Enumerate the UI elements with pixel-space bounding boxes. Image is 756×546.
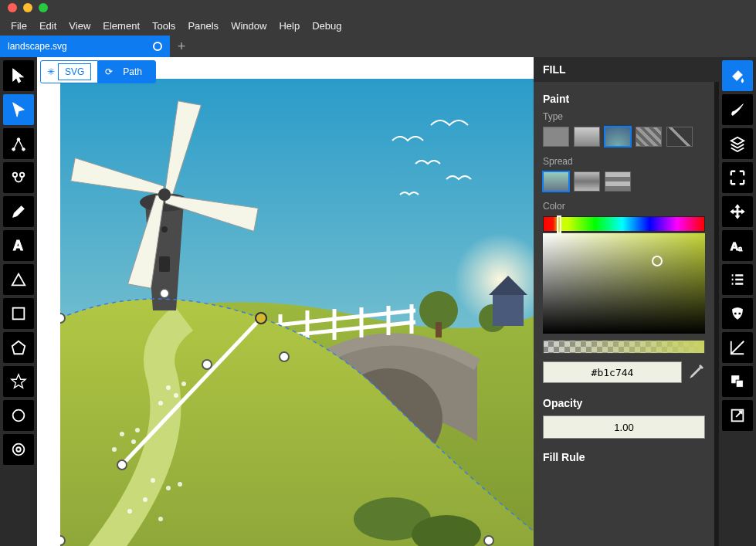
hue-marker[interactable] (557, 215, 561, 234)
svg-rect-33 (159, 256, 170, 272)
select-tool[interactable] (3, 60, 34, 91)
svg-point-4 (20, 173, 25, 178)
shapes-tool[interactable] (722, 366, 753, 397)
pencil-tool[interactable] (3, 196, 34, 227)
svg-point-40 (256, 313, 266, 324)
paint-section-label: Paint (543, 93, 705, 105)
triangle-tool[interactable] (3, 264, 34, 295)
move-tool[interactable] (722, 196, 753, 227)
svg-point-7 (13, 410, 25, 422)
menu-edit[interactable]: Edit (33, 17, 63, 35)
target-tool[interactable] (3, 434, 34, 465)
eyedropper-icon[interactable] (687, 363, 705, 382)
svg-point-29 (178, 482, 182, 487)
export-tool[interactable] (722, 400, 753, 431)
hue-slider[interactable] (543, 216, 705, 232)
svg-point-39 (202, 360, 212, 369)
minimize-window-icon[interactable] (23, 3, 32, 12)
pentagon-tool[interactable] (3, 332, 34, 363)
spread-pad[interactable] (543, 171, 569, 192)
svg-point-34 (161, 226, 168, 232)
svg-point-22 (120, 432, 124, 436)
svg-point-30 (127, 509, 132, 514)
svg-point-42 (117, 460, 127, 470)
tabbar: landscape.svg + (0, 36, 756, 57)
list-tool[interactable] (722, 264, 753, 295)
saturation-value-picker[interactable] (543, 233, 705, 334)
spread-label: Spread (543, 156, 705, 167)
font-tool[interactable]: Aa (722, 230, 753, 261)
opacity-input[interactable] (543, 415, 705, 439)
hex-input[interactable] (543, 361, 682, 383)
svg-text:a: a (738, 245, 743, 253)
canvas[interactable]: ✳ SVG ⟳ Path (37, 57, 534, 546)
fill-bucket-tool[interactable] (722, 60, 753, 91)
close-window-icon[interactable] (8, 3, 17, 12)
menu-window[interactable]: Window (225, 17, 273, 35)
document-tab-label: landscape.svg (8, 41, 67, 52)
menu-help[interactable]: Help (273, 17, 306, 35)
document-tab[interactable]: landscape.svg (0, 36, 170, 57)
new-tab-button[interactable]: + (170, 36, 193, 57)
star-tool[interactable] (3, 366, 34, 397)
fullscreen-tool[interactable] (722, 162, 753, 193)
svg-point-21 (181, 382, 186, 386)
text-tool[interactable]: A (3, 230, 34, 261)
breadcrumb: ✳ SVG ⟳ Path (40, 60, 156, 83)
svg-point-43 (60, 536, 65, 545)
spread-options (543, 171, 705, 192)
rectangle-tool[interactable] (3, 298, 34, 329)
menu-file[interactable]: File (5, 17, 33, 35)
main: A ✳ SVG ⟳ Path (0, 57, 756, 546)
paint-type-pattern[interactable] (636, 127, 662, 147)
spread-repeat[interactable] (605, 171, 631, 192)
paint-type-options (543, 127, 705, 147)
panel-title: FILL (534, 57, 719, 82)
knife-tool[interactable] (722, 332, 753, 363)
paint-type-radial[interactable] (605, 127, 631, 147)
svg-point-19 (174, 393, 178, 398)
type-label: Type (543, 111, 705, 122)
color-label: Color (543, 201, 705, 212)
layers-tool[interactable] (722, 128, 753, 159)
direct-select-tool[interactable] (3, 94, 34, 125)
fillrule-section-label: Fill Rule (543, 451, 705, 463)
canvas-artwork[interactable] (60, 79, 534, 546)
paint-type-solid[interactable] (543, 127, 569, 147)
right-toolbar: Aa (719, 57, 756, 546)
breadcrumb-current[interactable]: ⟳ Path (98, 60, 156, 83)
bezier-tool[interactable] (3, 128, 34, 159)
svg-point-20 (158, 401, 163, 405)
mask-tool[interactable] (722, 298, 753, 329)
menu-element[interactable]: Element (97, 17, 146, 35)
spread-reflect[interactable] (574, 171, 600, 192)
sv-marker[interactable] (652, 256, 663, 266)
svg-point-2 (22, 148, 25, 151)
fill-panel: FILL Paint Type Spread Color (534, 57, 719, 546)
svg-rect-48 (736, 380, 743, 387)
svg-point-23 (131, 439, 136, 444)
svg-point-18 (166, 385, 171, 390)
menubar: File Edit View Element Tools Panels Wind… (0, 15, 756, 36)
paint-type-linear[interactable] (574, 127, 600, 147)
svg-point-8 (13, 444, 25, 456)
alpha-slider[interactable] (543, 340, 705, 354)
maximize-window-icon[interactable] (39, 3, 48, 12)
circle-tool[interactable] (3, 400, 34, 431)
paint-type-none[interactable] (666, 127, 693, 147)
svg-rect-6 (13, 308, 25, 320)
svg-point-37 (60, 314, 65, 323)
svg-point-41 (280, 352, 289, 361)
menu-tools[interactable]: Tools (146, 17, 181, 35)
breadcrumb-root[interactable]: ✳ SVG (40, 60, 98, 83)
brush-tool[interactable] (722, 94, 753, 125)
opacity-section-label: Opacity (543, 397, 705, 409)
titlebar (0, 0, 756, 15)
menu-panels[interactable]: Panels (181, 17, 225, 35)
menu-debug[interactable]: Debug (306, 17, 347, 35)
svg-point-25 (135, 428, 140, 432)
tab-modified-icon (153, 42, 162, 51)
menu-view[interactable]: View (63, 17, 97, 35)
svg-point-3 (13, 173, 18, 178)
node-edit-tool[interactable] (3, 162, 34, 193)
